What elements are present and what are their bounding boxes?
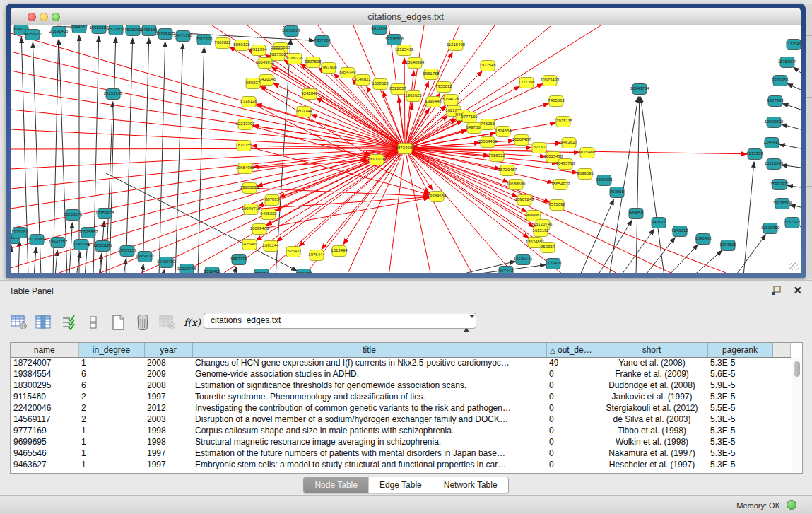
graph-node[interactable]: 14055717 xyxy=(23,30,42,40)
graph-node[interactable]: 16958107 xyxy=(136,252,155,262)
table-cell[interactable]: 5.6E-5 xyxy=(707,368,772,380)
graph-node[interactable]: 12923448 xyxy=(177,264,196,274)
graph-node[interactable]: 12975115 xyxy=(554,117,573,127)
graph-node[interactable]: 7526062 xyxy=(124,25,141,36)
graph-node[interactable]: 10046718 xyxy=(242,204,261,215)
graph-edge[interactable] xyxy=(233,267,237,273)
table-cell[interactable]: Hescheler et al. (1997) xyxy=(596,459,707,470)
table-cell[interactable]: 5.3E-5 xyxy=(707,459,772,470)
graph-node[interactable]: 887833 xyxy=(265,195,280,206)
column-header-name[interactable]: name xyxy=(11,343,78,357)
graph-node[interactable]: 9657771 xyxy=(230,255,247,265)
graph-node[interactable]: 2803144 xyxy=(295,107,312,117)
graph-node[interactable]: 1640935 xyxy=(596,175,613,186)
column-header-title[interactable]: title xyxy=(192,343,546,357)
table-row[interactable]: 977716911998Corpus callosum shape and si… xyxy=(11,425,790,436)
graph-node[interactable]: 20691406 xyxy=(49,27,69,37)
graph-edge[interactable] xyxy=(620,229,654,273)
graph-node[interactable]: 7357224 xyxy=(314,36,331,47)
table-cell[interactable]: Changes of HCN gene expression and I(f) … xyxy=(192,357,546,368)
graph-node[interactable]: 15640934 xyxy=(406,58,425,69)
table-cell[interactable]: 5.3E-5 xyxy=(707,414,772,425)
graph-node[interactable]: 16210643 xyxy=(765,159,784,170)
graph-edge[interactable] xyxy=(404,58,405,148)
graph-edge[interactable] xyxy=(389,148,405,273)
graph-edge[interactable] xyxy=(11,129,405,148)
table-cell[interactable]: Tourette syndrome. Phenomenology and cla… xyxy=(192,391,546,402)
table-cell[interactable]: Genome-wide association studies in ADHD. xyxy=(192,368,546,380)
table-cell[interactable]: 5.3E-5 xyxy=(707,425,772,436)
table-row[interactable]: 911546021997Tourette syndrome. Phenomeno… xyxy=(11,391,790,402)
table-cell[interactable]: 9699695 xyxy=(11,436,78,448)
table-cell[interactable]: Tibbo et al. (1998) xyxy=(596,425,707,436)
graph-node[interactable]: 19384554 xyxy=(428,192,447,202)
graph-node[interactable]: 8186328 xyxy=(286,54,303,64)
graph-node[interactable]: 989237 xyxy=(246,78,261,89)
graph-edge[interactable] xyxy=(126,38,133,273)
delete-column-icon[interactable] xyxy=(134,313,152,332)
network-canvas[interactable]: 8940231405571720691406194455710653287152… xyxy=(11,25,801,273)
graph-node[interactable]: 11215498 xyxy=(447,40,466,51)
graph-node[interactable]: 1935061 xyxy=(11,228,28,238)
table-cell[interactable]: 1997 xyxy=(144,448,192,459)
graph-node[interactable]: 16648784 xyxy=(630,84,649,95)
table-cell[interactable]: 1 xyxy=(78,448,144,459)
graph-node[interactable]: 19654985 xyxy=(236,163,255,174)
graph-node[interactable]: 1244415 xyxy=(763,138,780,148)
unselect-all-columns-icon[interactable] xyxy=(84,313,102,332)
graph-edge[interactable] xyxy=(76,252,80,273)
table-cell[interactable]: 19384554 xyxy=(11,368,78,380)
graph-node[interactable]: 10973493 xyxy=(541,76,560,86)
graph-edge[interactable] xyxy=(779,144,801,148)
table-row[interactable]: 2242004622012Investigating the contribut… xyxy=(11,402,790,414)
graph-node[interactable]: 1691144 xyxy=(263,241,280,252)
graph-node[interactable]: 8813054 xyxy=(371,25,388,35)
column-header-out_de[interactable]: △out_de… xyxy=(546,343,596,357)
table-row[interactable]: 1938455462009Genome-wide association stu… xyxy=(11,368,790,380)
graph-edge[interactable] xyxy=(743,162,754,273)
graph-node[interactable]: 8522057 xyxy=(389,84,406,95)
table-cell[interactable]: Corpus callosum shape and size in male p… xyxy=(192,425,546,436)
graph-node[interactable]: 9827508 xyxy=(305,57,322,68)
graph-node[interactable]: 1615192 xyxy=(532,226,549,237)
graph-node[interactable]: 62160 xyxy=(532,143,546,153)
graph-edge[interactable] xyxy=(175,44,183,273)
graph-edge[interactable] xyxy=(782,103,801,110)
table-cell[interactable]: Investigating the contribution of common… xyxy=(192,402,546,414)
table-cell[interactable]: 9777169 xyxy=(11,425,78,436)
graph-edge[interactable] xyxy=(782,124,801,129)
graph-edge[interactable] xyxy=(735,235,765,273)
table-cell[interactable]: 14569117 xyxy=(11,414,78,425)
graph-node[interactable]: 17359928 xyxy=(95,209,114,219)
graph-node[interactable]: 15751074 xyxy=(778,57,797,68)
table-cell[interactable]: Disruption of a novel member of a sodium… xyxy=(192,414,546,425)
graph-node[interactable]: 9146821 xyxy=(354,75,371,86)
network-window-titlebar[interactable]: citations_edges.txt xyxy=(11,8,801,25)
graph-node[interactable]: 15992971 xyxy=(770,180,789,190)
table-scrollbar[interactable] xyxy=(792,358,801,472)
graph-node[interactable]: 17957253 xyxy=(118,246,137,257)
graph-node[interactable]: 1973548 xyxy=(479,61,496,71)
tab-node-table[interactable]: Node Table xyxy=(304,477,368,493)
table-cell[interactable]: 2 xyxy=(78,414,144,425)
close-panel-icon[interactable]: ✕ xyxy=(793,284,802,297)
graph-edge[interactable] xyxy=(11,148,405,189)
graph-node[interactable]: 2967608 xyxy=(320,63,337,74)
table-cell[interactable]: 0 xyxy=(546,459,596,470)
graph-node[interactable]: 832054 xyxy=(254,269,269,274)
network-view[interactable]: 8940231405571720691406194455710653287152… xyxy=(11,25,801,273)
table-cell[interactable]: Wolkin et al. (1998) xyxy=(596,436,707,448)
table-cell[interactable]: 0 xyxy=(546,425,596,436)
graph-node[interactable]: 16099469 xyxy=(250,224,269,235)
graph-edge[interactable] xyxy=(609,97,638,273)
graph-node[interactable]: 18724007 xyxy=(396,144,415,154)
table-cell[interactable]: 9115460 xyxy=(11,391,78,402)
table-cell[interactable]: 2003 xyxy=(144,414,192,425)
graph-edge[interactable] xyxy=(794,67,801,73)
graph-node[interactable]: 967442 xyxy=(499,267,514,274)
graph-node[interactable]: 9115460 xyxy=(579,148,596,158)
graph-edge[interactable] xyxy=(405,148,553,183)
table-cell[interactable]: 2008 xyxy=(144,380,192,391)
graph-edge[interactable] xyxy=(18,240,20,273)
table-cell[interactable]: 18300295 xyxy=(11,380,78,391)
